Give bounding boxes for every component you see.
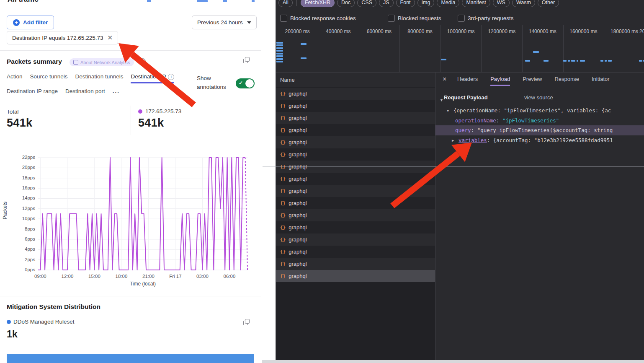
json-request-icon: {} bbox=[280, 152, 286, 157]
request-name: graphql bbox=[289, 151, 307, 158]
request-timing-bar bbox=[301, 57, 307, 59]
payload-token: : bbox=[496, 117, 502, 124]
y-tick-label: 6pps bbox=[13, 236, 35, 241]
filter-pill-fetch-xhr[interactable]: Fetch/XHR bbox=[301, 0, 335, 7]
timeline-label: 800000 ms bbox=[400, 29, 440, 34]
request-timing-bar bbox=[544, 60, 549, 62]
collapse-caret-icon[interactable]: ▼ bbox=[440, 98, 443, 102]
checkbox-blocked-response-cookies[interactable] bbox=[280, 15, 287, 22]
filter-pill-manifest[interactable]: Manifest bbox=[462, 0, 490, 7]
request-name: graphql bbox=[289, 261, 307, 267]
add-filter-button[interactable]: + Add filter bbox=[7, 16, 54, 29]
request-name: graphql bbox=[289, 115, 307, 121]
request-name: graphql bbox=[289, 273, 307, 279]
request-row[interactable]: {}graphql bbox=[276, 209, 435, 221]
time-range-dropdown[interactable]: Previous 24 hours bbox=[192, 16, 257, 29]
request-row[interactable]: {}graphql bbox=[276, 88, 435, 100]
request-row[interactable]: {}graphql bbox=[276, 185, 435, 197]
window-edge bbox=[262, 360, 644, 363]
filter-pill-media[interactable]: Media bbox=[437, 0, 459, 7]
request-timing-bar bbox=[571, 60, 575, 62]
request-filter-pills: AllFetch/XHRDocCSSJSFontImgMediaManifest… bbox=[278, 0, 559, 7]
packets-chart: Packets 0pps2pps4pps6pps8pps10pps12pps14… bbox=[0, 151, 261, 289]
tab-destination-ip[interactable]: Destination IPi bbox=[131, 73, 174, 83]
timeline-overview[interactable]: 200000 ms400000 ms600000 ms800000 ms1000… bbox=[276, 25, 644, 73]
checkbox-label: Blocked response cookies bbox=[290, 15, 356, 21]
x-tick-label: 15:00 bbox=[82, 274, 107, 279]
payload-line[interactable]: operationName: "ipFlowTimeseries" bbox=[435, 116, 644, 126]
filter-pill-doc[interactable]: Doc bbox=[337, 0, 355, 7]
request-timing-bar bbox=[600, 60, 603, 62]
detail-tab-initiator[interactable]: Initiator bbox=[592, 73, 610, 86]
request-row[interactable]: {}graphql bbox=[276, 148, 435, 161]
y-tick-label: 0pps bbox=[13, 267, 35, 272]
request-row[interactable]: {}graphql bbox=[276, 173, 435, 185]
tab-source-tunnels[interactable]: Source tunnels bbox=[30, 73, 68, 83]
detail-tab-response[interactable]: Response bbox=[554, 73, 579, 86]
payload-line[interactable]: ▶variables: {accountTag: "b12e3b2192ee55… bbox=[435, 135, 644, 145]
detail-tab-payload[interactable]: Payload bbox=[490, 73, 510, 86]
detail-tab-headers[interactable]: Headers bbox=[457, 73, 478, 86]
tab-destination-port[interactable]: Destination port bbox=[65, 88, 105, 94]
filter-pill-js[interactable]: JS bbox=[379, 0, 394, 7]
name-column-header[interactable]: Name bbox=[276, 73, 435, 88]
request-row[interactable]: {}graphql bbox=[276, 221, 435, 233]
request-timing-bar bbox=[276, 58, 283, 60]
view-source-link[interactable]: view source bbox=[524, 94, 553, 101]
checkbox-3rd-party-requests[interactable] bbox=[458, 15, 465, 22]
checkbox-blocked-requests[interactable] bbox=[388, 15, 395, 22]
payload-line[interactable]: query: "query ipFlowTimeseries($accountT… bbox=[435, 125, 644, 135]
tab-destination-ip-range[interactable]: Destination IP range bbox=[7, 88, 58, 94]
filter-pill-font[interactable]: Font bbox=[396, 0, 415, 7]
request-name: graphql bbox=[289, 249, 307, 255]
request-row[interactable]: {}graphql bbox=[276, 112, 435, 124]
request-row[interactable]: {}graphql bbox=[276, 233, 435, 246]
mitigation-legend-dot bbox=[7, 320, 11, 324]
y-tick-label: 20pps bbox=[13, 165, 35, 170]
y-axis-title: Packets bbox=[2, 194, 8, 227]
request-name: graphql bbox=[289, 127, 307, 133]
request-name: graphql bbox=[289, 212, 307, 218]
info-icon: i bbox=[168, 74, 174, 80]
filter-pill-wasm[interactable]: Wasm bbox=[512, 0, 535, 7]
filter-pill-img[interactable]: Img bbox=[417, 0, 435, 7]
json-request-icon: {} bbox=[280, 261, 286, 267]
expand-caret-icon[interactable]: ▶ bbox=[452, 135, 454, 145]
timeline-gridline bbox=[522, 25, 523, 72]
timeline-label: 1000000 ms bbox=[441, 29, 481, 34]
chart-plot-area bbox=[38, 157, 248, 271]
request-timing-bar bbox=[577, 60, 578, 62]
tab-destination-tunnels[interactable]: Destination tunnels bbox=[75, 73, 124, 83]
payload-line[interactable]: ▼{operationName: "ipFlowTimeseries", var… bbox=[435, 106, 644, 116]
tabs-overflow-button[interactable]: ... bbox=[113, 88, 120, 94]
expand-panel-icon[interactable] bbox=[243, 319, 250, 325]
request-row[interactable]: {}graphql bbox=[276, 258, 435, 270]
filter-pill-css[interactable]: CSS bbox=[357, 0, 376, 7]
request-row[interactable]: {}graphql bbox=[276, 136, 435, 148]
tab-action[interactable]: Action bbox=[7, 73, 23, 83]
y-tick-label: 18pps bbox=[13, 175, 35, 180]
filter-chip[interactable]: Destination IP equals 172.65.225.73 ✕ bbox=[7, 31, 118, 44]
filter-pill-other[interactable]: Other bbox=[538, 0, 559, 7]
collapse-caret-icon[interactable]: ▼ bbox=[447, 106, 449, 116]
close-icon[interactable]: × bbox=[443, 75, 446, 83]
json-request-icon: {} bbox=[280, 200, 286, 206]
detail-tab-preview[interactable]: Preview bbox=[523, 73, 542, 86]
request-row[interactable]: {}graphql bbox=[276, 197, 435, 209]
mitigation-heading: Mitigation System Distribution bbox=[7, 303, 100, 311]
request-timing-bar bbox=[276, 55, 283, 57]
filter-chip-text: Destination IP equals 172.65.225.73 bbox=[12, 35, 103, 41]
request-timing-bar bbox=[568, 60, 570, 62]
json-request-icon: {} bbox=[280, 91, 286, 96]
filter-pill-ws[interactable]: WS bbox=[493, 0, 510, 7]
request-row[interactable]: {}graphql bbox=[276, 270, 435, 282]
remove-filter-icon[interactable]: ✕ bbox=[107, 34, 113, 41]
request-row[interactable]: {}graphql bbox=[276, 124, 435, 136]
show-annotations-toggle[interactable]: ✓ bbox=[236, 78, 255, 88]
about-network-analytics-badge[interactable]: About Network Analytics bbox=[70, 58, 134, 66]
json-request-icon: {} bbox=[280, 237, 286, 242]
expand-panel-icon[interactable] bbox=[243, 57, 250, 63]
request-row[interactable]: {}graphql bbox=[276, 246, 435, 258]
request-row[interactable]: {}graphql bbox=[276, 100, 435, 112]
filter-pill-all[interactable]: All bbox=[278, 0, 293, 7]
